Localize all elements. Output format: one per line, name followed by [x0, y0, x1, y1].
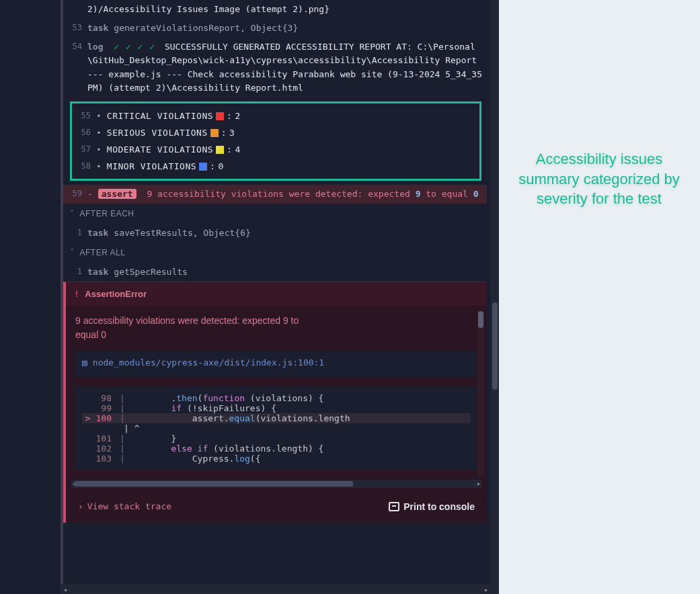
- bullet-icon: •: [96, 161, 102, 171]
- code-line: 101| }: [82, 433, 471, 443]
- line-number: 59: [67, 187, 87, 200]
- scrollbar-thumb[interactable]: [70, 587, 481, 592]
- view-stack-trace-link[interactable]: › View stack trace: [78, 501, 171, 511]
- scroll-right-arrow-icon[interactable]: ▸: [481, 586, 491, 593]
- violation-count: 3: [229, 128, 235, 138]
- log-row-success[interactable]: 54 log ✓ ✓ ✓ ✓ SUCCESSFULLY GENERATED AC…: [61, 38, 487, 97]
- section-title: AFTER ALL: [80, 248, 126, 257]
- log-row-truncated[interactable]: 2)/Accessibility Issues Image (attempt 2…: [63, 0, 487, 19]
- violations-summary-box: 55 • CRITICAL VIOLATIONS : 2 56 • SERIOU…: [70, 101, 481, 181]
- error-file-block: ▤ node_modules/cypress-axe/dist/index.js…: [75, 351, 477, 377]
- code-line: 102| else if (violations.length) {: [82, 443, 471, 454]
- violation-label: MINOR VIOLATIONS: [107, 161, 196, 171]
- panel-vertical-scrollbar[interactable]: [491, 0, 499, 594]
- violation-row-minor[interactable]: 58 • MINOR VIOLATIONS : 0: [72, 158, 477, 175]
- line-number: 55: [76, 111, 96, 120]
- code-line: 99| if (!skipFailures) {: [82, 403, 471, 413]
- chevron-down-icon: ˅: [70, 209, 75, 218]
- command-log-list[interactable]: 2)/Accessibility Issues Image (attempt 2…: [61, 0, 491, 585]
- command-name: task: [87, 226, 108, 240]
- log-row-task[interactable]: 1 task saveTestResults, Object{6}: [63, 224, 487, 243]
- violation-count: 4: [235, 144, 240, 155]
- scroll-left-arrow-icon[interactable]: ◂: [61, 586, 70, 593]
- file-icon: ▤: [82, 357, 87, 368]
- command-args: saveTestResults, Object{6}: [114, 226, 483, 240]
- log-row-task[interactable]: 1 task getSpecResults: [63, 263, 487, 282]
- code-line: 103| Cypress.log({: [82, 454, 471, 464]
- bullet-icon: •: [96, 144, 102, 155]
- panel-horizontal-scrollbar[interactable]: ◂ ▸: [61, 585, 491, 594]
- violation-count: 0: [218, 161, 223, 171]
- error-code-frame: 98| .then(function (violations) { 99| if…: [75, 386, 477, 470]
- violation-label: MODERATE VIOLATIONS: [107, 144, 213, 155]
- severity-color-blue: [199, 163, 207, 171]
- command-args: getSpecResults: [114, 265, 483, 279]
- violation-label: SERIOUS VIOLATIONS: [107, 128, 208, 138]
- error-banner[interactable]: ! AssertionError: [63, 282, 487, 306]
- code-line: > 100| assert.equal(violations.length: [82, 413, 471, 423]
- stack-trace-label: View stack trace: [87, 501, 171, 511]
- violation-label: CRITICAL VIOLATIONS: [107, 111, 213, 121]
- left-sidebar-strip: [0, 0, 61, 594]
- scrollbar-thumb[interactable]: [492, 302, 498, 390]
- line-number: 1: [67, 265, 87, 278]
- severity-color-yellow: [216, 146, 224, 154]
- chevron-down-icon: ˅: [70, 248, 75, 257]
- cypress-command-log-panel: 2)/Accessibility Issues Image (attempt 2…: [61, 0, 491, 594]
- violation-count: 2: [235, 111, 240, 121]
- line-number: 1: [67, 226, 87, 239]
- bullet-icon: •: [96, 128, 102, 138]
- bullet-icon: •: [96, 111, 102, 121]
- line-number: 57: [76, 144, 96, 154]
- line-number: 58: [76, 161, 96, 171]
- error-title: AssertionError: [85, 289, 147, 299]
- code-line: 98| .then(function (violations) {: [82, 393, 471, 403]
- log-message: 2)/Accessibility Issues Image (attempt 2…: [87, 3, 483, 16]
- violation-row-critical[interactable]: 55 • CRITICAL VIOLATIONS : 2: [72, 108, 477, 124]
- line-number: 53: [67, 22, 87, 34]
- file-path-text: node_modules/cypress-axe/dist/index.js:1…: [93, 357, 324, 368]
- violation-row-serious[interactable]: 56 • SERIOUS VIOLATIONS : 3: [72, 124, 477, 141]
- command-name: task: [87, 265, 108, 279]
- line-number: 56: [76, 128, 96, 137]
- scrollbar-thumb[interactable]: [74, 481, 353, 486]
- check-icon: ✓ ✓ ✓ ✓: [114, 42, 155, 52]
- print-to-console-button[interactable]: Print to console: [389, 501, 475, 512]
- print-button-label: Print to console: [403, 501, 475, 512]
- section-header-after-each[interactable]: ˅ AFTER EACH: [63, 204, 487, 224]
- chevron-right-icon: ›: [78, 501, 83, 511]
- section-header-after-all[interactable]: ˅ AFTER ALL: [63, 243, 487, 263]
- error-icon: !: [75, 289, 78, 299]
- scroll-right-arrow-icon[interactable]: ▸: [475, 480, 483, 488]
- assert-badge: assert: [98, 189, 137, 199]
- annotation-callout: Accessibility issues summary categorized…: [508, 149, 690, 209]
- severity-color-red: [216, 112, 224, 120]
- error-body: 9 accessibility violations were detected…: [63, 306, 487, 523]
- error-footer: › View stack trace Print to console: [75, 495, 477, 520]
- assertion-message: - assert 9 accessibility violations were…: [87, 187, 479, 201]
- line-number: 54: [67, 40, 87, 53]
- code-line: | ^: [82, 423, 471, 433]
- error-summary-text: 9 accessibility violations were detected…: [75, 314, 317, 341]
- scrollbar-thumb[interactable]: [478, 311, 483, 328]
- violation-row-moderate[interactable]: 57 • MODERATE VIOLATIONS : 4: [72, 141, 477, 158]
- log-message: log ✓ ✓ ✓ ✓ SUCCESSFULLY GENERATED ACCES…: [87, 40, 483, 95]
- inner-scrollbar[interactable]: [477, 311, 484, 476]
- command-name: task: [87, 22, 108, 35]
- console-icon: [389, 502, 399, 511]
- command-name: log: [87, 42, 103, 52]
- log-row-task[interactable]: 53 task generateViolationsReport, Object…: [63, 19, 487, 38]
- severity-color-orange: [210, 129, 219, 137]
- code-horizontal-scrollbar[interactable]: ◂ ▸: [71, 480, 481, 488]
- section-title: AFTER EACH: [80, 209, 134, 218]
- command-args: generateViolationsReport, Object{3}: [114, 22, 483, 35]
- error-file-path[interactable]: ▤ node_modules/cypress-axe/dist/index.js…: [82, 357, 471, 368]
- log-row-assertion-failed[interactable]: 59 - assert 9 accessibility violations w…: [61, 185, 487, 204]
